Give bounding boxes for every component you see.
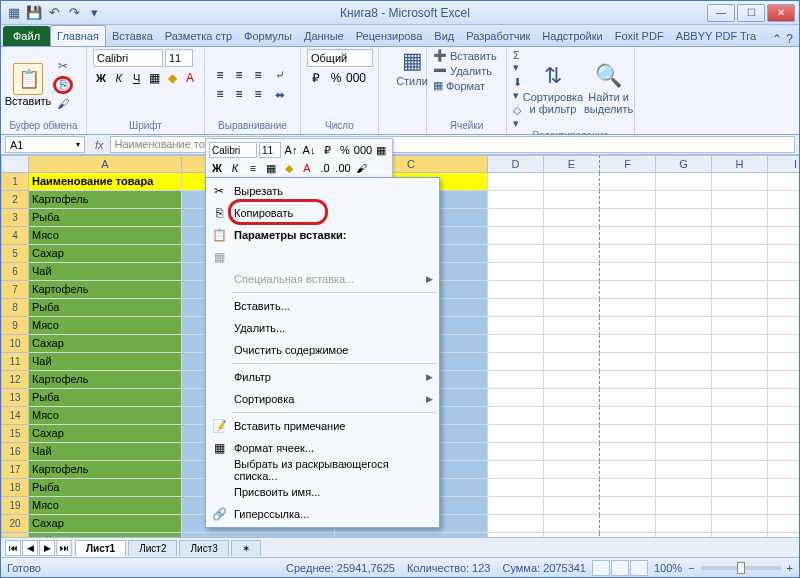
sheet-nav-first[interactable]: ⏮ [5, 540, 21, 556]
cell-f17[interactable] [600, 461, 656, 479]
cell-h7[interactable] [712, 281, 768, 299]
cell-a7[interactable]: Картофель [29, 281, 182, 299]
cell-d17[interactable] [488, 461, 544, 479]
cell-g10[interactable] [656, 335, 712, 353]
col-header-a[interactable]: A [29, 155, 182, 173]
cell-i7[interactable] [768, 281, 799, 299]
cell-g1[interactable] [656, 173, 712, 191]
cell-h4[interactable] [712, 227, 768, 245]
excel-icon[interactable]: ▦ [5, 4, 23, 22]
tab-abbyy[interactable]: ABBYY PDF Tra [670, 26, 763, 46]
sheet-tab-1[interactable]: Лист1 [75, 540, 126, 556]
cell-h11[interactable] [712, 353, 768, 371]
cell-d14[interactable] [488, 407, 544, 425]
row-header[interactable]: 8 [1, 299, 29, 317]
tab-foxit[interactable]: Foxit PDF [609, 26, 670, 46]
cell-f21[interactable] [600, 533, 656, 537]
cell-d11[interactable] [488, 353, 544, 371]
row-header[interactable]: 20 [1, 515, 29, 533]
cell-f3[interactable] [600, 209, 656, 227]
cell-h12[interactable] [712, 371, 768, 389]
cell-a5[interactable]: Сахар [29, 245, 182, 263]
view-normal-button[interactable] [592, 560, 610, 576]
row-header[interactable]: 2 [1, 191, 29, 209]
cell-d6[interactable] [488, 263, 544, 281]
cell-a2[interactable]: Картофель [29, 191, 182, 209]
format-cells-button[interactable]: ▦ Формат [433, 79, 500, 92]
cell-d9[interactable] [488, 317, 544, 335]
cell-i5[interactable] [768, 245, 799, 263]
cell-e8[interactable] [544, 299, 600, 317]
cell-d18[interactable] [488, 479, 544, 497]
cm-hyperlink[interactable]: 🔗Гиперссылка... [206, 503, 439, 525]
align-top-button[interactable]: ≡ [211, 66, 229, 84]
cell-a14[interactable]: Мясо [29, 407, 182, 425]
cell-a11[interactable]: Чай [29, 353, 182, 371]
cm-copy[interactable]: ⎘Копировать [206, 202, 439, 224]
cell-g8[interactable] [656, 299, 712, 317]
cell-f16[interactable] [600, 443, 656, 461]
row-header[interactable]: 12 [1, 371, 29, 389]
tab-insert[interactable]: Вставка [106, 26, 159, 46]
delete-cells-button[interactable]: ➖ Удалить [433, 64, 500, 77]
cell-i13[interactable] [768, 389, 799, 407]
cell-h1[interactable] [712, 173, 768, 191]
cell-i10[interactable] [768, 335, 799, 353]
row-header[interactable]: 19 [1, 497, 29, 515]
cell-e10[interactable] [544, 335, 600, 353]
cell-i14[interactable] [768, 407, 799, 425]
cell-f8[interactable] [600, 299, 656, 317]
cm-name[interactable]: Присвоить имя... [206, 481, 439, 503]
cell-h13[interactable] [712, 389, 768, 407]
row-header[interactable]: 4 [1, 227, 29, 245]
align-center-button[interactable]: ≡ [230, 85, 248, 103]
tab-view[interactable]: Вид [428, 26, 460, 46]
cm-filter[interactable]: Фильтр▶ [206, 366, 439, 388]
cell-d10[interactable] [488, 335, 544, 353]
mini-dec-dec-icon[interactable]: .00 [335, 160, 351, 176]
cell-a4[interactable]: Мясо [29, 227, 182, 245]
cell-i20[interactable] [768, 515, 799, 533]
merge-button[interactable]: ⬌ [271, 86, 289, 104]
tab-layout[interactable]: Разметка стр [159, 26, 238, 46]
cell-e1[interactable] [544, 173, 600, 191]
mini-currency-icon[interactable]: ₽ [319, 142, 335, 158]
cell-d7[interactable] [488, 281, 544, 299]
mini-italic-icon[interactable]: К [227, 160, 243, 176]
sort-filter-button[interactable]: ⇅ Сортировка и фильтр [526, 64, 580, 114]
cm-delete[interactable]: Удалить... [206, 317, 439, 339]
mini-painter-icon[interactable]: 🖌 [353, 160, 369, 176]
sheet-nav-next[interactable]: ▶ [39, 540, 55, 556]
cell-f9[interactable] [600, 317, 656, 335]
cell-i15[interactable] [768, 425, 799, 443]
tab-data[interactable]: Данные [298, 26, 350, 46]
cell-g18[interactable] [656, 479, 712, 497]
minimize-ribbon-icon[interactable]: ⌃ [772, 32, 782, 46]
cell-d16[interactable] [488, 443, 544, 461]
cell-e21[interactable] [544, 533, 600, 537]
help-icon[interactable]: ? [786, 32, 793, 46]
tab-addins[interactable]: Надстройки [536, 26, 608, 46]
cell-f1[interactable] [600, 173, 656, 191]
cell-i21[interactable] [768, 533, 799, 537]
cell-g13[interactable] [656, 389, 712, 407]
mini-font-select[interactable] [209, 142, 257, 158]
cell-e13[interactable] [544, 389, 600, 407]
cell-f2[interactable] [600, 191, 656, 209]
col-header-e[interactable]: E [544, 155, 600, 173]
cell-f10[interactable] [600, 335, 656, 353]
cell-f11[interactable] [600, 353, 656, 371]
mini-shrink-font-icon[interactable]: A↓ [301, 142, 317, 158]
cell-e3[interactable] [544, 209, 600, 227]
sheet-tab-2[interactable]: Лист2 [128, 540, 177, 556]
cell-h18[interactable] [712, 479, 768, 497]
find-select-button[interactable]: 🔍 Найти и выделить [584, 64, 633, 114]
qat-more-icon[interactable]: ▾ [85, 4, 103, 22]
cell-g9[interactable] [656, 317, 712, 335]
row-header[interactable]: 21 [1, 533, 29, 537]
zoom-slider[interactable] [701, 566, 781, 570]
cell-f5[interactable] [600, 245, 656, 263]
row-header[interactable]: 18 [1, 479, 29, 497]
cell-f15[interactable] [600, 425, 656, 443]
col-header-i[interactable]: I [768, 155, 799, 173]
